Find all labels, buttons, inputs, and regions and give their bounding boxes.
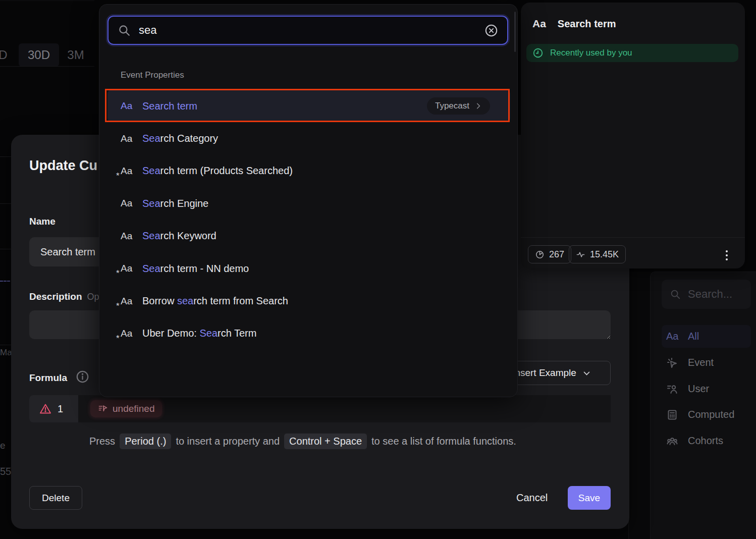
axis-label-e: e bbox=[0, 440, 6, 451]
formula-error-badge: 1 bbox=[29, 395, 78, 422]
distinct-values-count: 267 bbox=[549, 249, 564, 260]
custom-text-property-icon: Aa* bbox=[121, 328, 138, 339]
modal-scrollbar[interactable] bbox=[514, 12, 516, 52]
time-bar-divider bbox=[0, 66, 94, 67]
sidebar-item-label: Event bbox=[688, 357, 714, 368]
cancel-button[interactable]: Cancel bbox=[516, 492, 548, 504]
hint-end: to see a list of formula functions. bbox=[371, 436, 516, 447]
custom-star-mark: * bbox=[116, 334, 120, 344]
event-icon bbox=[666, 357, 678, 369]
search-icon bbox=[670, 289, 681, 300]
dialog-title: Update Cu bbox=[29, 158, 97, 174]
sidebar-item-user[interactable]: User bbox=[662, 380, 751, 398]
time-range-button-3m[interactable]: 3M bbox=[59, 43, 92, 67]
property-result-row[interactable]: AaSearch Engine bbox=[107, 187, 510, 220]
name-label: Name bbox=[29, 216, 56, 227]
distinct-values-pill[interactable]: 267 bbox=[528, 245, 571, 263]
custom-star-mark: * bbox=[116, 301, 120, 311]
time-range-button-partial[interactable]: D bbox=[0, 43, 13, 67]
error-count: 1 bbox=[58, 403, 63, 415]
chevron-right-icon bbox=[475, 102, 482, 110]
sidebar-search-input[interactable] bbox=[688, 288, 743, 301]
text-property-icon: Aa bbox=[121, 133, 138, 144]
pie-chart-icon bbox=[535, 250, 545, 259]
description-label: Description bbox=[29, 291, 82, 302]
more-options-button[interactable] bbox=[721, 248, 733, 263]
insert-example-label: Insert Example bbox=[512, 367, 576, 379]
custom-text-property-icon: Aa* bbox=[121, 166, 138, 177]
axis-label-55: 55 bbox=[0, 466, 11, 477]
property-result-row[interactable]: Aa*Search term (Products Searched) bbox=[107, 155, 510, 187]
modal-search-box[interactable] bbox=[107, 16, 508, 45]
clear-search-icon[interactable] bbox=[484, 24, 498, 37]
text-property-icon: Aa bbox=[532, 18, 546, 30]
custom-star-mark: * bbox=[116, 268, 120, 279]
top-divider bbox=[0, 1, 94, 1]
chart-gridline bbox=[0, 345, 11, 345]
chart-gridline bbox=[0, 156, 11, 157]
property-result-label: Search term (Products Searched) bbox=[142, 165, 293, 177]
activity-icon bbox=[576, 250, 585, 259]
detail-header: Aa Search term bbox=[532, 18, 616, 30]
hint-mid: to insert a property and bbox=[176, 436, 280, 447]
detail-footer-divider bbox=[521, 237, 745, 238]
property-result-label: Search Keyword bbox=[142, 230, 217, 242]
delete-button[interactable]: Delete bbox=[29, 486, 82, 510]
formula-input[interactable]: undefined bbox=[78, 395, 611, 422]
sidebar-item-all[interactable]: AaAll bbox=[662, 325, 751, 348]
custom-text-property-icon: Aa* bbox=[121, 296, 138, 307]
property-search-modal: Event Properties AaSearch termTypecastAa… bbox=[99, 4, 518, 397]
chevron-down-icon bbox=[582, 369, 591, 378]
property-result-row[interactable]: Aa*Search term - NN demo bbox=[107, 252, 510, 285]
property-result-row[interactable]: AaSearch termTypecast bbox=[107, 90, 510, 122]
app-root: D 30D 3M May e 55 AaAllEventUserComputed… bbox=[0, 0, 756, 539]
formula-label: Formula bbox=[29, 372, 67, 384]
chart-gridline bbox=[0, 249, 11, 249]
text-property-icon: Aa bbox=[666, 331, 678, 342]
typecast-button[interactable]: Typecast bbox=[427, 97, 490, 115]
computed-icon bbox=[666, 409, 678, 421]
time-range-button-30d[interactable]: 30D bbox=[19, 43, 59, 67]
property-result-row[interactable]: Aa*Uber Demo: Search Term bbox=[107, 317, 510, 350]
event-volume-pill[interactable]: 15.45K bbox=[569, 245, 626, 263]
user-icon bbox=[666, 383, 678, 395]
custom-text-property-icon: Aa* bbox=[121, 263, 138, 274]
sidebar-item-computed[interactable]: Computed bbox=[662, 406, 751, 423]
sidebar-item-label: All bbox=[688, 331, 699, 342]
clock-icon bbox=[532, 47, 544, 59]
property-result-row[interactable]: AaSearch Category bbox=[107, 122, 510, 154]
sidebar-item-label: Computed bbox=[688, 409, 734, 420]
event-volume-count: 15.45K bbox=[590, 249, 619, 260]
property-result-label: Uber Demo: Search Term bbox=[142, 328, 256, 339]
property-result-label: Borrow search term from Search bbox=[142, 295, 288, 307]
save-button[interactable]: Save bbox=[568, 486, 611, 510]
section-header: Event Properties bbox=[121, 70, 184, 80]
sidebar-item-event[interactable]: Event bbox=[662, 354, 751, 371]
hint-press: Press bbox=[89, 436, 115, 447]
property-result-label: Search Engine bbox=[142, 198, 208, 209]
property-result-row[interactable]: Aa*Borrow search term from Search bbox=[107, 285, 510, 317]
property-detail-panel: Aa Search term Recently used by you 267 … bbox=[521, 3, 745, 268]
sidebar-item-label: User bbox=[688, 383, 709, 395]
property-result-label: Search term - NN demo bbox=[142, 263, 249, 275]
cohorts-icon bbox=[666, 435, 678, 447]
chart-average-line bbox=[0, 281, 10, 282]
event-property-icon bbox=[98, 404, 108, 414]
properties-sidebar: AaAllEventUserComputedCohorts bbox=[650, 272, 756, 539]
undefined-property-chip[interactable]: undefined bbox=[90, 400, 162, 417]
detail-title: Search term bbox=[558, 18, 616, 30]
property-result-row[interactable]: AaSearch Keyword bbox=[107, 220, 510, 252]
recently-used-badge: Recently used by you bbox=[526, 44, 738, 62]
property-result-label: Search Category bbox=[142, 133, 218, 144]
text-property-icon: Aa bbox=[121, 100, 138, 112]
sidebar-search-box[interactable] bbox=[662, 280, 751, 309]
info-icon[interactable] bbox=[76, 370, 89, 384]
undefined-chip-label: undefined bbox=[113, 403, 154, 414]
sidebar-item-label: Cohorts bbox=[688, 435, 723, 447]
sidebar-item-cohorts[interactable]: Cohorts bbox=[662, 432, 751, 450]
text-property-icon: Aa bbox=[121, 198, 138, 209]
recently-used-label: Recently used by you bbox=[550, 48, 632, 58]
chart-gridline bbox=[0, 203, 11, 204]
formula-hint: Press Period (.) to insert a property an… bbox=[89, 434, 516, 449]
modal-search-input[interactable] bbox=[139, 24, 484, 37]
